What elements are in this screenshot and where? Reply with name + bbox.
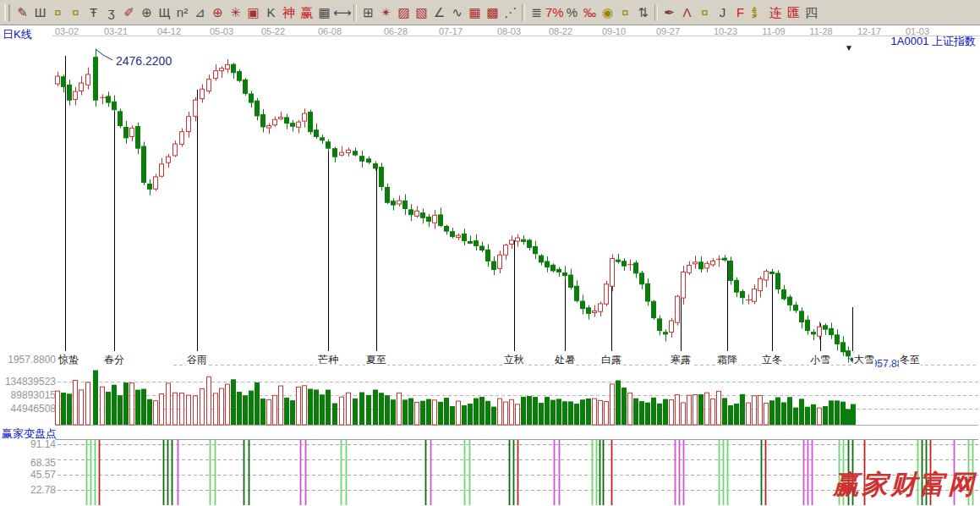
solar-term-lines [66, 56, 853, 351]
app-window: ✎Ш¤¤Ŧʒ✐⊕Щn²⊿⊕✳▣K神赢▦⟷⊞✴▨▧∠∿▦▩⋰≣7%%‰◉¤⇅✒Λ¤… [0, 0, 980, 506]
chevron-down-icon[interactable]: ▼ [845, 43, 853, 52]
kline-chart-canvas[interactable] [0, 0, 980, 506]
volume-series [56, 371, 857, 425]
annotation-pointer [96, 49, 864, 365]
indicator-lines [87, 440, 973, 505]
candlestick-series [56, 49, 856, 363]
